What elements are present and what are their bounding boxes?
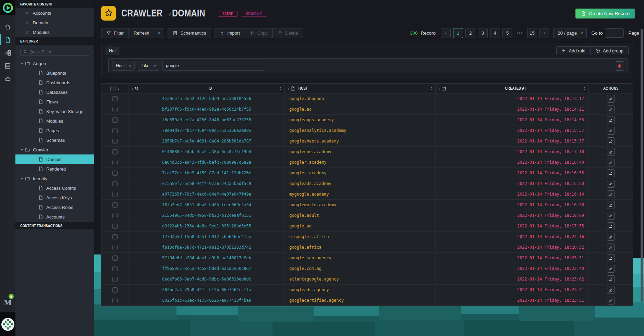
edit-record-button[interactable] [607,222,615,230]
edit-record-button[interactable] [607,169,615,177]
delete-button[interactable]: Delete [272,28,303,38]
page-number-button[interactable]: 5 [502,28,512,38]
edit-record-button[interactable] [607,265,615,273]
row-checkbox[interactable] [112,287,118,293]
tree-item[interactable]: ▼ Rendered [15,164,94,174]
page-number-button[interactable]: ••• [515,28,525,38]
edit-record-button[interactable] [607,190,615,198]
edit-record-button[interactable] [607,254,615,262]
tree-item[interactable]: ▼ Domain [15,154,94,164]
edit-record-button[interactable] [607,159,615,166]
edit-record-button[interactable] [607,105,615,113]
rule-value-input[interactable] [162,61,265,71]
refresh-dropdown-button[interactable]: ∨ [154,28,164,38]
edit-record-button[interactable] [607,233,615,241]
tree-item[interactable]: ▼ Dashboards [15,78,94,87]
home-icon[interactable] [0,20,15,33]
create-new-record-button[interactable]: Create New Record [575,9,635,18]
edit-record-button[interactable] [607,286,615,294]
tree-item[interactable]: ▼ Pages [15,126,94,135]
row-checkbox[interactable] [112,149,118,154]
not-toggle-button[interactable]: Not [106,47,119,55]
column-header-host[interactable]: ‹ HOST ▲▼ [285,84,436,93]
chevron-down-icon[interactable]: ∨ [168,12,171,17]
page-size-select[interactable]: 20 / page ∨ [553,28,587,38]
user-avatar[interactable]: M 5 [0,293,15,312]
tree-item[interactable]: ▼ Modules [15,116,94,126]
row-checkbox[interactable] [112,224,118,229]
favorite-item[interactable]: ☆ Modules [15,27,94,37]
tree-item[interactable]: ▼ Blueprints [15,68,94,78]
tree-item[interactable]: ▼ Key-Value Storage [15,107,94,116]
tree-item[interactable]: ▼ Accounts [15,212,94,222]
row-checkbox[interactable] [112,202,118,208]
copy-button[interactable]: Copy [245,28,272,38]
tree-item[interactable]: ▼ Crawler [15,145,94,154]
row-checkbox[interactable] [112,234,118,239]
tree-item[interactable]: ▼ Flows [15,97,94,107]
row-checkbox[interactable] [112,245,118,250]
row-checkbox[interactable] [112,160,118,165]
app-logo[interactable] [0,0,15,15]
tree-item[interactable]: ▼ Databases [15,87,94,97]
edit-record-button[interactable] [607,148,615,156]
sort-toggle-icon[interactable]: ▲▼ [430,86,433,90]
page-number-button[interactable]: 15 [527,28,537,38]
sort-toggle-icon[interactable]: ▲▼ [279,86,282,90]
row-checkbox[interactable] [112,128,118,133]
row-checkbox[interactable] [112,181,118,186]
documents-icon[interactable] [0,33,15,46]
rule-operator-select[interactable]: Like ∨ [138,61,159,71]
column-header-created-at[interactable]: ‹ CREATED AT ▲▼ [436,84,589,93]
search-icon[interactable] [135,86,139,91]
row-checkbox[interactable] [112,171,118,176]
row-checkbox[interactable] [112,96,118,101]
delete-rule-button[interactable] [615,61,624,71]
edit-record-button[interactable] [607,297,615,304]
chevron-down-icon[interactable]: ∨ [117,87,120,90]
favorite-item[interactable]: ☆ Domain [15,18,94,27]
tree-item[interactable]: ▼ Artgen [15,59,94,68]
tree-item[interactable]: ▼ Access Roles [15,202,94,212]
scrollbar-thumb[interactable] [641,29,643,302]
refresh-button[interactable]: Refresh [129,28,154,38]
page-number-button[interactable]: 4 [490,28,500,38]
edit-record-button[interactable] [607,244,615,251]
cloud-icon[interactable] [0,72,15,85]
import-button[interactable]: Import [215,28,245,38]
edit-record-button[interactable] [607,137,615,145]
module-title[interactable]: CRAWLER [121,7,162,19]
goto-page-input[interactable] [605,28,624,38]
sort-toggle-icon[interactable]: ▲▼ [583,86,586,90]
edit-record-button[interactable] [607,180,615,188]
tree-item[interactable]: ▼ Schemas [15,135,94,145]
favorite-item[interactable]: ☆ Accounts [15,8,94,18]
row-checkbox[interactable] [112,117,118,123]
page-number-button[interactable]: 3 [478,28,488,38]
edit-record-button[interactable] [607,212,615,220]
row-checkbox[interactable] [112,298,118,303]
edit-record-button[interactable] [607,275,615,283]
schemantics-button[interactable]: Schemantics [168,28,211,38]
favorite-star-button[interactable] [101,6,116,21]
tree-item[interactable]: ▼ Access Keys [15,193,94,202]
flow-icon[interactable] [0,46,15,59]
add-group-button[interactable]: Add group [590,46,629,55]
filter-button[interactable]: Filter [101,28,129,38]
row-checkbox[interactable] [112,277,118,282]
column-header-id[interactable]: ‹ ID ▲▼ [129,84,285,93]
page-number-button[interactable]: 1 [453,28,463,38]
row-checkbox[interactable] [112,256,118,261]
tree-item[interactable]: ▼ Identity [15,174,94,183]
edit-record-button[interactable] [607,127,615,135]
select-all-checkbox[interactable] [110,86,116,91]
row-checkbox[interactable] [112,139,118,144]
row-checkbox[interactable] [112,107,118,112]
add-rule-button[interactable]: Add rule [556,46,590,55]
prev-page-button[interactable]: ‹ [441,28,451,38]
quick-filter-input[interactable] [30,50,86,54]
next-page-button[interactable]: › [539,28,549,38]
edit-record-button[interactable] [607,201,615,209]
identicon-avatar[interactable] [1,318,14,331]
edit-record-button[interactable] [607,116,615,124]
